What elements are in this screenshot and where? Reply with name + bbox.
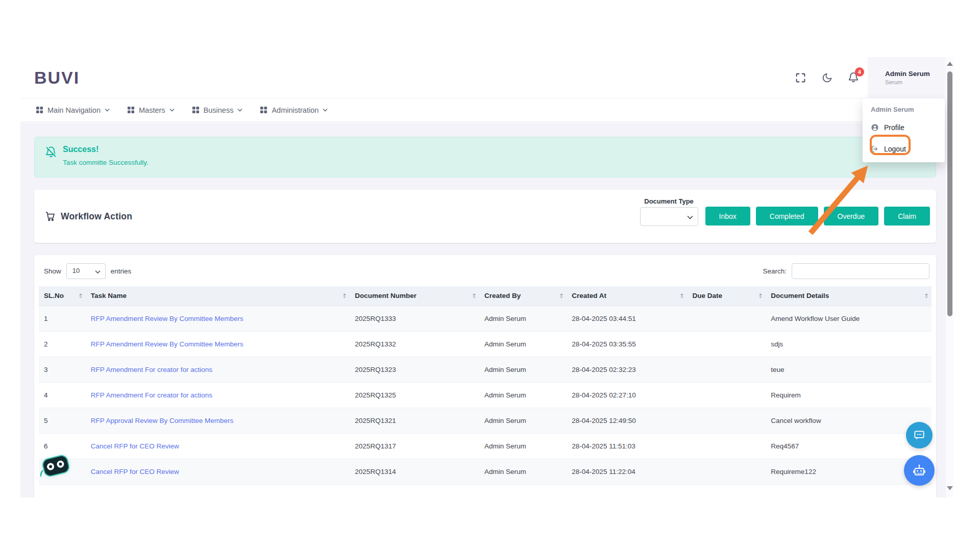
table-header-row: SL.No Task Name Document Number Created … (39, 286, 932, 306)
column-header-due-date[interactable]: Due Date (687, 286, 766, 306)
page-size-select[interactable]: 10 (66, 263, 106, 279)
cell-document-details: teue (766, 357, 932, 382)
table-row: 1 RFP Amendment Review By Committee Memb… (39, 306, 932, 331)
task-link[interactable]: RFP Amendment For creator for actions (91, 391, 212, 399)
app-window: BUVI 4 (20, 57, 953, 497)
page: BUVI 4 (0, 0, 980, 551)
task-link[interactable]: Cancel RFP for CEO Review (91, 442, 179, 450)
table-row: 6 Cancel RFP for CEO Review 2025RQ1317 A… (39, 433, 932, 459)
cell-slno: 6 (39, 433, 86, 459)
scrollbar-up-arrow[interactable] (947, 62, 953, 66)
cell-task-name: Cancel RFP for CEO Review (86, 433, 350, 459)
table-controls: Show 10 entries Search: (39, 255, 932, 286)
assistant-robot-fab-button[interactable] (904, 455, 935, 486)
cell-document-details: Requirem (766, 382, 932, 408)
cell-due-date (687, 459, 766, 484)
cell-due-date (687, 357, 766, 382)
cell-created-by: Admin Serum (479, 382, 567, 408)
task-link[interactable]: RFP Approval Review By Committee Members (91, 417, 234, 424)
vertical-scrollbar (945, 57, 953, 497)
cell-document-details: sdjs (766, 331, 932, 357)
logout-menu-item[interactable]: Logout (863, 142, 945, 156)
search-input[interactable] (792, 263, 929, 279)
cell-created-at: 28-04-2025 11:22:04 (567, 459, 687, 484)
bell-slash-icon (45, 145, 58, 169)
table-body: 1 RFP Amendment Review By Committee Memb… (39, 306, 932, 484)
cell-task-name: Cancel RFP for CEO Review (86, 459, 350, 484)
column-header-slno[interactable]: SL.No (39, 286, 86, 306)
user-dropdown-menu: Admin Serum Profile Logout (863, 98, 945, 162)
task-link[interactable]: RFP Amendment For creator for actions (91, 366, 212, 373)
overdue-button[interactable]: Overdue (824, 207, 879, 226)
cell-due-date (687, 408, 766, 433)
column-header-created-by[interactable]: Created By (479, 286, 567, 306)
cell-created-by: Admin Serum (479, 408, 567, 433)
chevron-down-icon (105, 108, 110, 112)
cell-task-name: RFP Amendment Review By Committee Member… (86, 306, 350, 331)
cell-document-number: 2025RQ1314 (350, 459, 479, 484)
nav-item-business[interactable]: Business (192, 106, 243, 114)
table-row: 5 RFP Approval Review By Committee Membe… (39, 408, 932, 433)
user-role: Serum (885, 79, 945, 85)
topbar-icon-row: 4 (794, 57, 860, 98)
claim-button[interactable]: Claim (884, 207, 930, 226)
sort-icon (473, 293, 476, 298)
task-link[interactable]: RFP Amendment Review By Committee Member… (91, 340, 243, 348)
column-header-created-at[interactable]: Created At (567, 286, 687, 306)
user-menu-button[interactable]: Admin Serum Serum (868, 57, 945, 98)
cell-document-number: 2025RQ1323 (350, 357, 479, 382)
chevron-down-icon (95, 267, 101, 275)
tasks-table-card: Show 10 entries Search: (34, 255, 936, 497)
moon-icon[interactable] (821, 71, 833, 84)
cell-due-date (687, 382, 766, 408)
task-link[interactable]: Cancel RFP for CEO Review (91, 468, 179, 475)
chat-fab-button[interactable] (906, 422, 933, 448)
grid-icon (127, 106, 135, 114)
inbox-button[interactable]: Inbox (705, 207, 750, 226)
chat-bubble-icon (913, 429, 926, 442)
nav-item-administration[interactable]: Administration (260, 106, 328, 114)
cell-document-number: 2025RQ1325 (350, 382, 479, 408)
cell-created-by: Admin Serum (479, 357, 567, 382)
scrollbar-down-arrow[interactable] (947, 486, 953, 490)
document-type-select[interactable] (640, 207, 698, 226)
column-header-task-name[interactable]: Task Name (86, 286, 350, 306)
profile-menu-item[interactable]: Profile (863, 121, 945, 134)
column-header-document-details[interactable]: Document Details (766, 286, 932, 306)
nav-item-main-navigation[interactable]: Main Navigation (36, 106, 110, 114)
chevron-down-icon (237, 108, 242, 112)
show-label: Show (44, 267, 61, 275)
task-link[interactable]: RFP Amendment Review By Committee Member… (91, 315, 243, 322)
workflow-title: Workflow Action (45, 211, 132, 222)
alert-message: Task committe Successfully. (63, 159, 149, 166)
success-alert: Success! Task committe Successfully. (34, 137, 936, 178)
table-row: 7 Cancel RFP for CEO Review 2025RQ1314 A… (39, 459, 932, 484)
fullscreen-icon[interactable] (794, 71, 806, 84)
scrollbar-thumb[interactable] (947, 71, 952, 316)
completed-button[interactable]: Completed (756, 207, 818, 226)
user-name: Admin Serum (885, 70, 945, 78)
cell-task-name: RFP Amendment Review By Committee Member… (86, 331, 350, 357)
cell-document-details: Amend Workflow User Guide (766, 306, 932, 331)
cell-created-by: Admin Serum (479, 433, 567, 459)
alert-title: Success! (63, 145, 149, 154)
workflow-action-card: Workflow Action Document Type Inbox Comp (34, 190, 936, 243)
grid-icon (260, 106, 267, 114)
cell-slno: 4 (39, 382, 86, 408)
cell-created-at: 28-04-2025 02:32:23 (567, 357, 687, 382)
cart-icon (45, 211, 56, 222)
table-row: 4 RFP Amendment For creator for actions … (39, 382, 932, 408)
cell-due-date (687, 331, 766, 357)
bell-icon[interactable]: 4 (847, 71, 860, 84)
nav-item-masters[interactable]: Masters (127, 106, 175, 114)
cell-created-at: 28-04-2025 02:27:10 (567, 382, 687, 408)
chevron-down-icon (687, 212, 693, 221)
dropdown-user-name: Admin Serum (871, 106, 945, 113)
cell-slno: 2 (39, 331, 86, 357)
document-type-label: Document Type (644, 197, 694, 205)
column-header-document-number[interactable]: Document Number (350, 286, 479, 306)
sort-icon (925, 293, 928, 298)
cell-created-by: Admin Serum (479, 459, 567, 484)
cell-task-name: RFP Approval Review By Committee Members (86, 408, 350, 433)
tasks-table: SL.No Task Name Document Number Created … (39, 286, 932, 485)
